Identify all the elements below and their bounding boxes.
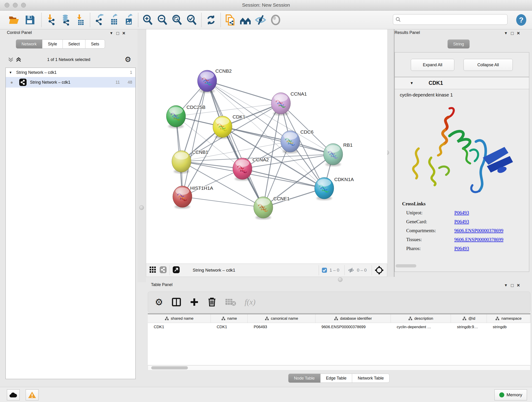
delete-column-icon[interactable]	[208, 297, 216, 307]
tab-style[interactable]: Style	[42, 39, 63, 49]
hide-selected-icon[interactable]	[254, 14, 267, 26]
table-cell[interactable]: 9606.ENSP00000378699	[316, 323, 391, 331]
network-options-gear-icon[interactable]: ⚙	[125, 55, 131, 64]
node-CDC6[interactable]: CDC6	[281, 129, 313, 153]
cloud-button[interactable]	[7, 389, 20, 400]
expand-all-button[interactable]: Expand All	[411, 59, 454, 71]
tab-sets[interactable]: Sets	[85, 39, 105, 49]
gene-section-header[interactable]: ▼ CDK1	[395, 77, 529, 89]
tab-network[interactable]: Network	[16, 39, 42, 49]
float-panel-icon[interactable]: □	[511, 283, 514, 288]
tab-string[interactable]: String	[447, 39, 470, 49]
horizontal-splitter-handle[interactable]	[338, 277, 342, 282]
edge-CCNB2-CCNE1[interactable]	[207, 81, 263, 207]
crosslink-value-link[interactable]: P06493	[454, 246, 469, 251]
column-header-canonical-name[interactable]: canonical name	[248, 314, 316, 323]
zoom-out-icon[interactable]	[156, 14, 169, 26]
export-image-icon[interactable]	[123, 14, 135, 26]
zoom-in-icon[interactable]	[142, 14, 154, 26]
float-panel-icon[interactable]: □	[116, 31, 119, 36]
save-session-icon[interactable]	[24, 14, 36, 26]
right-splitter[interactable]	[387, 29, 394, 282]
open-in-window-icon[interactable]	[172, 266, 180, 274]
import-network-file-icon[interactable]	[45, 14, 58, 26]
tab-node-table[interactable]: Node Table	[288, 374, 321, 383]
network-canvas[interactable]: CCNB2CCNA1CDC25BCDK1CDC6RB1CCNB1CCNA2CDK…	[146, 29, 387, 264]
import-network-database-icon[interactable]	[60, 14, 72, 26]
edge-CDK1-RB1[interactable]	[222, 127, 333, 154]
table-cell[interactable]: P06493	[248, 323, 316, 331]
node-CCNA2[interactable]: CCNA2	[233, 157, 269, 181]
node-RB1[interactable]: RB1	[323, 142, 353, 166]
table-cell[interactable]: stringdb	[487, 323, 530, 331]
close-panel-icon[interactable]: ×	[122, 30, 125, 36]
section-expander-icon[interactable]: ▼	[410, 81, 413, 85]
edge-HIST1H1A-CCNE1[interactable]	[182, 197, 263, 207]
table-hscrollbar[interactable]	[148, 365, 530, 370]
column-header-name[interactable]: name	[211, 314, 248, 323]
group-nodes-icon[interactable]	[239, 14, 252, 26]
table-row[interactable]: CDK1CDK1P064939606.ENSP00000378699cyclin…	[148, 323, 530, 331]
results-hscrollbar[interactable]	[396, 264, 416, 268]
string-network-graph[interactable]: CCNB2CCNA1CDC25BCDK1CDC6RB1CCNB1CCNA2CDK…	[146, 29, 387, 264]
help-icon[interactable]: ?	[515, 14, 527, 26]
zoom-selected-icon[interactable]	[186, 14, 198, 26]
edge-CCNB2-HIST1H1A[interactable]	[182, 81, 207, 197]
clone-network-icon[interactable]	[224, 14, 236, 26]
network-collection-row[interactable]: ▼ String Network – cdk1 1	[6, 68, 135, 77]
column-header-description[interactable]: description	[391, 314, 451, 323]
search-input[interactable]	[403, 17, 505, 22]
crosslink-value-link[interactable]: P06493	[454, 219, 469, 225]
crosslink-value-link[interactable]: 9606.ENSP00000378699	[454, 228, 503, 234]
float-panel-icon[interactable]: □	[511, 31, 514, 36]
left-splitter-handle[interactable]	[139, 205, 144, 210]
collapse-panel-icon[interactable]: ▼	[109, 31, 113, 35]
show-columns-icon[interactable]	[172, 298, 181, 307]
birds-eye-view-icon[interactable]	[149, 266, 156, 274]
open-session-icon[interactable]	[8, 14, 20, 26]
table-settings-gear-icon[interactable]: ⚙	[155, 298, 163, 307]
toolbar-separator	[41, 13, 42, 27]
crosshair-icon[interactable]	[375, 266, 384, 275]
memory-button[interactable]: Memory	[494, 389, 527, 400]
column-header--id[interactable]: @id	[451, 314, 487, 323]
left-splitter[interactable]	[138, 29, 146, 282]
collapse-all-networks-icon[interactable]	[8, 56, 14, 64]
column-header-namespace[interactable]: namespace	[487, 314, 530, 323]
tab-select[interactable]: Select	[63, 39, 85, 49]
export-network-icon[interactable]	[94, 14, 106, 26]
refresh-layout-icon[interactable]	[205, 14, 217, 26]
import-table-icon[interactable]	[75, 14, 87, 26]
export-table-icon[interactable]	[108, 14, 120, 26]
node-CDKN1A[interactable]: CDKN1A	[315, 177, 354, 200]
column-header-shared-name[interactable]: shared name	[148, 314, 211, 323]
zoom-fit-icon[interactable]	[171, 14, 183, 26]
selected-checkbox-icon[interactable]	[322, 268, 327, 273]
expand-all-networks-icon[interactable]	[16, 56, 22, 64]
close-panel-icon[interactable]: ×	[517, 282, 520, 288]
collapse-all-button[interactable]: Collapse All	[463, 59, 513, 71]
table-cell[interactable]: CDK1	[211, 323, 248, 331]
node-CCNB2[interactable]: CCNB2	[197, 68, 232, 93]
network-row-selected[interactable]: ● String Network – cdk1 11 48	[6, 77, 135, 88]
column-header-database-identifier[interactable]: database identifier	[316, 314, 391, 323]
tab-edge-table[interactable]: Edge Table	[320, 374, 352, 383]
table-hscrollbar-thumb[interactable]	[151, 366, 188, 370]
collapse-panel-icon[interactable]: ▼	[504, 283, 508, 287]
string-style-icon[interactable]	[159, 266, 167, 274]
crosslink-value-link[interactable]: 9606.ENSP00000378699	[454, 237, 503, 242]
close-panel-icon[interactable]: ×	[517, 30, 520, 36]
warnings-button[interactable]	[26, 389, 38, 400]
crosslink-value-link[interactable]: P06493	[454, 210, 469, 216]
collapse-panel-icon[interactable]: ▼	[504, 31, 508, 35]
table-cell[interactable]: stringdb:9…	[451, 323, 487, 331]
table-cell[interactable]: CDK1	[148, 323, 211, 331]
node-HIST1H1A[interactable]: HIST1H1A	[173, 185, 213, 209]
node-CCNA1[interactable]: CCNA1	[271, 91, 307, 115]
table-cell[interactable]: cyclin-dependent …	[391, 323, 451, 331]
create-column-icon[interactable]	[190, 298, 199, 307]
edge-CCNB2-CCNA1[interactable]	[207, 81, 281, 103]
tree-expander-icon[interactable]: ▼	[9, 70, 12, 74]
node-CCNE1[interactable]: CCNE1	[254, 196, 290, 220]
tab-network-table[interactable]: Network Table	[352, 374, 389, 383]
